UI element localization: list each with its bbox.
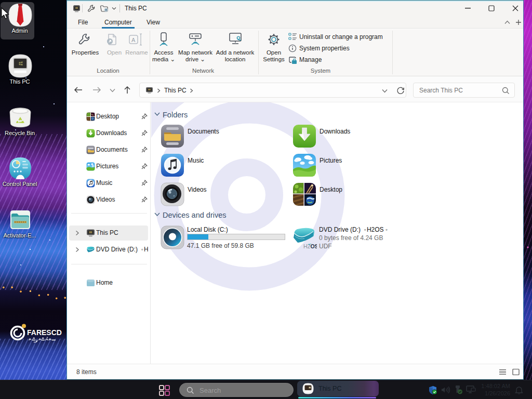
svg-text:A: A xyxy=(131,37,136,43)
svg-text:FARESCD: FARESCD xyxy=(27,328,62,337)
